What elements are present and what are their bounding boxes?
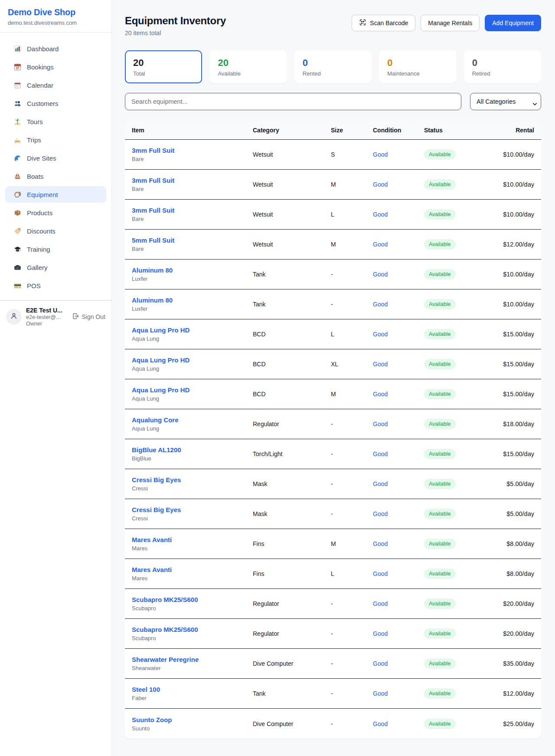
item-name-link[interactable]: Steel 100	[132, 686, 253, 693]
sidebar-item-tours[interactable]: Tours	[5, 113, 106, 130]
item-name-link[interactable]: Scubapro MK25/S600	[132, 596, 253, 603]
condition-link[interactable]: Good	[373, 660, 388, 667]
status-cell: Available	[424, 209, 493, 220]
item-name-link[interactable]: Aqua Lung Pro HD	[132, 326, 253, 334]
stat-card-total[interactable]: 20Total	[125, 50, 202, 83]
condition-link[interactable]: Good	[373, 540, 388, 547]
brand-name[interactable]: Demo Dive Shop	[8, 7, 104, 17]
item-name-link[interactable]: 3mm Full Suit	[132, 177, 253, 184]
condition-link[interactable]: Good	[373, 151, 388, 158]
table-row: Steel 100FaberTank-GoodAvailable$12.00/d…	[125, 679, 541, 709]
sign-out-button[interactable]: Sign Out	[72, 312, 105, 321]
condition-link[interactable]: Good	[373, 600, 388, 607]
sidebar-item-training[interactable]: Training	[5, 241, 106, 257]
condition-link[interactable]: Good	[373, 241, 388, 248]
condition-link[interactable]: Good	[373, 331, 388, 338]
condition-link[interactable]: Good	[373, 720, 388, 727]
sidebar-item-dashboard[interactable]: Dashboard	[5, 40, 106, 57]
status-badge: Available	[424, 509, 456, 519]
condition-link[interactable]: Good	[373, 211, 388, 218]
rental-price: $10.00/day	[493, 271, 534, 278]
gallery-icon	[13, 263, 22, 272]
item-name-link[interactable]: 3mm Full Suit	[132, 207, 253, 214]
sidebar-item-trips[interactable]: Trips	[5, 131, 106, 148]
item-name-link[interactable]: Mares Avanti	[132, 566, 253, 573]
item-name-link[interactable]: Aqua Lung Pro HD	[132, 356, 253, 364]
sidebar-item-discounts[interactable]: Discounts	[5, 223, 106, 239]
item-cell: Scubapro MK25/S600Scubapro	[132, 626, 253, 641]
item-size: XL	[331, 361, 373, 368]
sidebar-item-bookings[interactable]: 17Bookings	[5, 59, 106, 75]
column-header-condition: Condition	[373, 127, 424, 134]
user-section: E2E Test U... e2e-tester@... Owner Sign …	[0, 300, 111, 334]
sidebar-item-boats[interactable]: Boats	[5, 168, 106, 184]
table-row: Aqua Lung Pro HDAqua LungBCDXLGoodAvaila…	[125, 349, 541, 379]
table-body: 3mm Full SuitBareWetsuitSGoodAvailable$1…	[125, 140, 541, 739]
scan-barcode-button[interactable]: Scan Barcode	[352, 15, 415, 31]
item-name-link[interactable]: Aqualung Core	[132, 416, 253, 424]
search-input[interactable]	[125, 93, 461, 110]
stat-value: 20	[133, 57, 194, 69]
bookings-icon: 17	[13, 62, 22, 71]
condition-link[interactable]: Good	[373, 181, 388, 188]
sidebar-item-equipment[interactable]: Equipment	[5, 186, 106, 203]
item-category: Mask	[253, 510, 331, 517]
rental-price: $10.00/day	[493, 181, 534, 188]
item-name-link[interactable]: Aluminum 80	[132, 266, 253, 274]
condition-link[interactable]: Good	[373, 510, 388, 517]
condition-link[interactable]: Good	[373, 301, 388, 308]
add-equipment-button[interactable]: Add Equipment	[485, 15, 541, 31]
item-name-link[interactable]: 5mm Full Suit	[132, 237, 253, 244]
condition-link[interactable]: Good	[373, 421, 388, 427]
condition-link[interactable]: Good	[373, 690, 388, 697]
item-name-link[interactable]: BigBlue AL1200	[132, 446, 253, 454]
status-cell: Available	[424, 239, 493, 250]
item-size: L	[331, 570, 373, 577]
item-name-link[interactable]: Mares Avanti	[132, 536, 253, 543]
status-cell: Available	[424, 479, 493, 489]
status-badge: Available	[424, 269, 456, 279]
item-name-link[interactable]: Shearwater Peregrine	[132, 656, 253, 663]
item-name-link[interactable]: 3mm Full Suit	[132, 147, 253, 154]
sidebar-item-calendar[interactable]: Calendar	[5, 77, 106, 93]
item-category: BCD	[253, 361, 331, 368]
item-size: M	[331, 540, 373, 547]
sidebar-item-customers[interactable]: Customers	[5, 95, 106, 112]
item-brand: Shearwater	[132, 665, 253, 671]
item-name-link[interactable]: Aqua Lung Pro HD	[132, 386, 253, 394]
stat-card-maintenance[interactable]: 0Maintenance	[379, 50, 456, 83]
condition-link[interactable]: Good	[373, 570, 388, 577]
item-name-link[interactable]: Cressi Big Eyes	[132, 506, 253, 513]
stat-card-retired[interactable]: 0Retired	[464, 50, 541, 83]
item-cell: Cressi Big EyesCressi	[132, 476, 253, 492]
item-category: Wetsuit	[253, 241, 331, 248]
status-cell: Available	[424, 539, 493, 549]
status-cell: Available	[424, 598, 493, 609]
condition-link[interactable]: Good	[373, 361, 388, 368]
status-badge: Available	[424, 389, 456, 399]
item-brand: Aqua Lung	[132, 425, 253, 432]
sidebar-item-dive-sites[interactable]: Dive Sites	[5, 150, 106, 166]
item-category: Tank	[253, 690, 331, 697]
condition-link[interactable]: Good	[373, 391, 388, 398]
item-name-link[interactable]: Scubapro MK25/S600	[132, 626, 253, 633]
manage-rentals-button[interactable]: Manage Rentals	[421, 15, 480, 31]
status-cell: Available	[424, 569, 493, 579]
condition-link[interactable]: Good	[373, 271, 388, 278]
category-select[interactable]: All Categories	[470, 93, 541, 110]
condition-link[interactable]: Good	[373, 450, 388, 457]
stat-card-available[interactable]: 20Available	[209, 50, 287, 83]
condition-cell: Good	[373, 690, 424, 697]
sidebar-item-products[interactable]: Products	[5, 204, 106, 221]
rental-price: $18.00/day	[493, 421, 534, 427]
item-name-link[interactable]: Suunto Zoop	[132, 716, 253, 723]
condition-link[interactable]: Good	[373, 480, 388, 487]
item-brand: Cressi	[132, 515, 253, 522]
sidebar-item-pos[interactable]: POS	[5, 277, 106, 294]
sidebar-item-gallery[interactable]: Gallery	[5, 259, 106, 276]
status-badge: Available	[424, 299, 456, 309]
item-name-link[interactable]: Cressi Big Eyes	[132, 476, 253, 483]
item-name-link[interactable]: Aluminum 80	[132, 296, 253, 304]
condition-link[interactable]: Good	[373, 630, 388, 637]
stat-card-rented[interactable]: 0Rented	[294, 50, 372, 83]
